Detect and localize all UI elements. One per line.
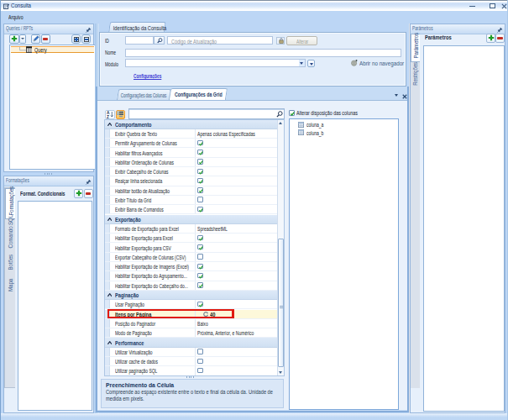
svg-text:Z: Z (107, 115, 109, 118)
